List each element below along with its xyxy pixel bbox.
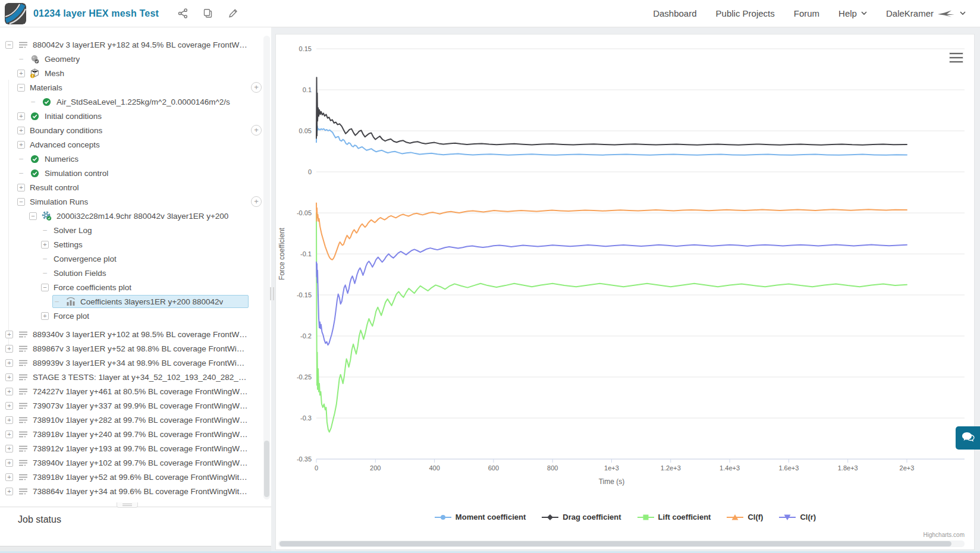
add-item-button[interactable]: + xyxy=(251,82,262,93)
tree-row[interactable]: +739073v 1layer y+337 at 99.9% BL covera… xyxy=(0,398,262,413)
tree-scrollbar[interactable] xyxy=(263,36,270,499)
tree-row-inner[interactable]: +STAGE 3 TESTS: 1layer at y+34_52_102_19… xyxy=(5,370,249,384)
expand-toggle[interactable]: + xyxy=(5,488,13,495)
highcharts-credits[interactable]: Highcharts.com xyxy=(924,532,965,538)
tree-row[interactable]: −Materials+ xyxy=(0,80,262,95)
tree-row[interactable]: +889340v 3 layer1ER y+102 at 98.5% BL co… xyxy=(0,327,262,341)
legend-item[interactable]: Moment coefficient xyxy=(434,513,526,521)
tree-row-inner[interactable]: −2000i32c28m14.9chr 880042v 3layer1ER y+… xyxy=(29,209,249,222)
tree-row[interactable]: +738910v 1layer y+282 at 99.7% BL covera… xyxy=(0,413,262,427)
tree-row-inner[interactable]: +Mesh xyxy=(17,67,249,80)
tree-row-inner[interactable]: +738864v 1layer y+34 at 99.6% BL coverag… xyxy=(5,485,249,498)
expand-toggle[interactable]: + xyxy=(17,141,25,149)
tree-row-inner[interactable]: +Boundary conditions xyxy=(17,124,238,137)
tree-row[interactable]: –Solution Fields xyxy=(0,266,262,280)
expand-toggle[interactable]: + xyxy=(41,312,49,320)
tree-row-inner[interactable]: +Result control xyxy=(17,181,249,194)
tree-row[interactable]: +738940v 1layer y+102 at 99.7% BL covera… xyxy=(0,455,262,470)
tree-row-inner[interactable]: +738940v 1layer y+102 at 99.7% BL covera… xyxy=(5,456,249,469)
expand-toggle[interactable]: + xyxy=(5,431,13,438)
tree-row[interactable]: +889939v 3 layer1ER y+34 at 98.9% BL cov… xyxy=(0,356,262,370)
tree-row[interactable]: –Simulation control xyxy=(0,166,262,180)
collapse-toggle[interactable]: − xyxy=(29,212,37,220)
tree-row-inner[interactable]: +738912v 1layer y+193 at 99.7% BL covera… xyxy=(5,442,249,455)
tree-row[interactable]: −2000i32c28m14.9chr 880042v 3layer1ER y+… xyxy=(0,209,262,223)
tree-row-inner[interactable]: +Initial conditions xyxy=(17,109,249,122)
tree-scrollbar-thumb[interactable] xyxy=(264,441,269,497)
tree-row-inner[interactable]: +Settings xyxy=(40,238,249,251)
expand-toggle[interactable]: + xyxy=(17,70,25,77)
tree-row[interactable]: +Result control xyxy=(0,180,262,194)
tree-row[interactable]: +738912v 1layer y+193 at 99.7% BL covera… xyxy=(0,441,262,455)
nav-public-projects[interactable]: Public Projects xyxy=(716,8,775,18)
edit-icon[interactable] xyxy=(228,8,238,18)
expand-toggle[interactable]: + xyxy=(5,473,13,481)
tree-row[interactable]: +Boundary conditions+ xyxy=(0,123,262,137)
tree-row-inner[interactable]: −Simulation Runs xyxy=(17,195,238,208)
tree-row-inner[interactable]: +Advanced concepts xyxy=(17,138,249,151)
horizontal-scrollbar[interactable] xyxy=(278,541,965,547)
tree-row[interactable]: +738864v 1layer y+34 at 99.6% BL coverag… xyxy=(0,484,262,498)
tree-row-inner[interactable]: +889939v 3 layer1ER y+34 at 98.9% BL cov… xyxy=(5,356,249,369)
copy-icon[interactable] xyxy=(203,8,213,18)
chat-widget-button[interactable] xyxy=(956,426,980,450)
expand-toggle[interactable]: + xyxy=(5,373,13,381)
tree-row-inner[interactable]: +738918v 1layer y+240 at 99.7% BL covera… xyxy=(5,428,249,441)
tree-row[interactable]: –Air_StdSeaLevel_1.225kg/m^2_0.0000146m^… xyxy=(0,95,262,109)
horizontal-scrollbar-thumb[interactable] xyxy=(279,541,951,546)
expand-toggle[interactable]: + xyxy=(5,345,13,353)
tree-row-inner[interactable]: +889340v 3 layer1ER y+102 at 98.5% BL co… xyxy=(5,328,249,341)
tree-row[interactable]: –Convergence plot xyxy=(0,252,262,266)
tree-row[interactable]: –Geometry xyxy=(0,52,262,66)
add-item-button[interactable]: + xyxy=(251,125,262,136)
panel-drag-handle[interactable] xyxy=(117,502,138,508)
expand-toggle[interactable]: + xyxy=(17,112,25,120)
tree-row[interactable]: −880042v 3 layer1ER y+182 at 94.5% BL co… xyxy=(0,37,262,52)
expand-toggle[interactable]: + xyxy=(5,359,13,367)
tree-row[interactable]: +Settings xyxy=(0,237,262,252)
tree-row[interactable]: –Coefficients 3layers1ER y+200 880042v xyxy=(0,294,262,309)
share-icon[interactable] xyxy=(178,8,188,18)
legend-item[interactable]: Drag coefficient xyxy=(541,513,621,521)
tree-row-inner[interactable]: –Air_StdSeaLevel_1.225kg/m^2_0.0000146m^… xyxy=(29,95,249,108)
add-item-button[interactable]: + xyxy=(251,196,262,207)
expand-toggle[interactable]: + xyxy=(5,402,13,410)
user-menu[interactable]: DaleKramer xyxy=(886,8,966,18)
tree-row[interactable]: +889867v 3 layer1ER y+52 at 98.8% BL cov… xyxy=(0,341,262,356)
legend-item[interactable]: Cl(r) xyxy=(778,513,816,521)
legend-item[interactable]: Cl(f) xyxy=(726,513,763,521)
tree-row[interactable]: –Solver Log xyxy=(0,223,262,237)
tree-row-inner[interactable]: –Geometry xyxy=(17,52,249,65)
tree-row-inner[interactable]: –Numerics xyxy=(17,152,249,165)
panel-splitter[interactable] xyxy=(270,287,274,300)
simscale-logo[interactable] xyxy=(5,3,26,24)
tree-row[interactable]: +Advanced concepts xyxy=(0,137,262,152)
tree-row[interactable]: −Force coefficients plot xyxy=(0,280,262,294)
tree-row[interactable]: +STAGE 3 TESTS: 1layer at y+34_52_102_19… xyxy=(0,370,262,384)
legend-item[interactable]: Lift coefficient xyxy=(637,513,711,521)
tree-row-inner[interactable]: +738910v 1layer y+282 at 99.7% BL covera… xyxy=(5,413,249,426)
collapse-toggle[interactable]: − xyxy=(17,198,25,206)
tree-row[interactable]: +Initial conditions xyxy=(0,109,262,123)
tree-row-inner[interactable]: –Convergence plot xyxy=(40,252,249,265)
expand-toggle[interactable]: + xyxy=(17,127,25,134)
expand-toggle[interactable]: + xyxy=(5,388,13,395)
tree-row[interactable]: –Numerics xyxy=(0,152,262,166)
collapse-toggle[interactable]: − xyxy=(5,41,13,49)
tree-row[interactable]: +Force plot xyxy=(0,309,262,323)
tree-row[interactable]: +738918v 1layer y+52 at 99.6% BL coverag… xyxy=(0,470,262,484)
expand-toggle[interactable]: + xyxy=(17,184,25,191)
expand-toggle[interactable]: + xyxy=(5,331,13,338)
tree-row[interactable]: +Mesh xyxy=(0,66,262,80)
nav-dashboard[interactable]: Dashboard xyxy=(653,8,696,18)
tree-row-inner[interactable]: +Force plot xyxy=(40,309,249,322)
tree-row[interactable]: −Simulation Runs+ xyxy=(0,194,262,209)
tree-row-inner[interactable]: +738918v 1layer y+52 at 99.6% BL coverag… xyxy=(5,470,249,483)
tree-row[interactable]: +724227v 1layer y+461 at 80.5% BL covera… xyxy=(0,384,262,398)
tree-row-inner[interactable]: –Solution Fields xyxy=(40,266,249,279)
tree-row-inner[interactable]: −Force coefficients plot xyxy=(40,281,249,294)
expand-toggle[interactable]: + xyxy=(41,241,49,249)
nav-forum[interactable]: Forum xyxy=(794,8,819,18)
collapse-toggle[interactable]: − xyxy=(41,284,49,291)
tree-row-selected[interactable]: –Coefficients 3layers1ER y+200 880042v xyxy=(52,295,249,308)
